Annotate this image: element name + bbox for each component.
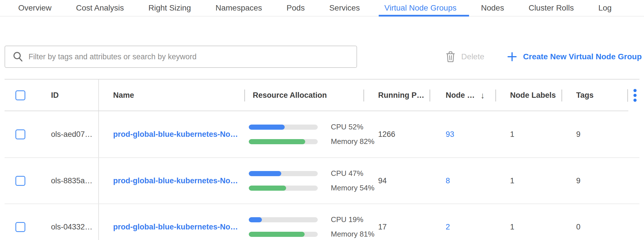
vng-name-link[interactable]: prod-global-blue-kubernetes-No… (113, 176, 238, 185)
row-checkbox[interactable] (15, 129, 25, 139)
tab-right-sizing[interactable]: Right Sizing (148, 0, 191, 16)
row-name-cell: prod-global-blue-kubernetes-No… (98, 111, 245, 157)
top-tab-bar: Overview Cost Analysis Right Sizing Name… (0, 0, 644, 17)
column-header-node-labels[interactable]: Node Labels (496, 80, 562, 111)
resource-allocation: CPU 47% Memory 54% (249, 169, 374, 192)
row-name-cell: prod-global-blue-kubernetes-No… (98, 204, 245, 240)
tab-virtual-node-groups[interactable]: Virtual Node Groups (384, 0, 456, 16)
row-running-pods-cell: 94 (364, 158, 430, 204)
delete-button-label: Delete (461, 52, 484, 61)
row-checkbox[interactable] (15, 176, 25, 186)
row-checkbox-cell (5, 158, 40, 204)
tab-overview[interactable]: Overview (18, 0, 52, 16)
column-header-nodes[interactable]: Node … ↓ (430, 80, 496, 111)
resource-allocation: CPU 19% Memory 81% (249, 215, 374, 239)
row-menu-cell (612, 111, 639, 157)
running-pods-count: 94 (378, 176, 387, 185)
node-labels-count: 1 (510, 130, 514, 139)
column-options-kebab-icon[interactable] (632, 88, 638, 103)
row-checkbox-cell (5, 204, 40, 240)
row-running-pods-cell: 17 (364, 204, 430, 240)
row-node-labels-cell: 1 (496, 111, 562, 157)
row-id-cell: ols-aed07… (40, 111, 98, 157)
tags-count: 9 (576, 130, 580, 139)
tab-nodes[interactable]: Nodes (481, 0, 504, 16)
vng-id: ols-8835a… (51, 176, 93, 185)
tab-cluster-rolls[interactable]: Cluster Rolls (529, 0, 574, 16)
create-button-label: Create New Virtual Node Group (523, 52, 642, 61)
nodes-count-link[interactable]: 2 (446, 223, 450, 231)
filter-search-box[interactable] (5, 46, 357, 68)
table-body: ols-aed07… prod-global-blue-kubernetes-N… (5, 111, 639, 240)
running-pods-count: 17 (378, 223, 387, 231)
column-header-tags[interactable]: Tags (562, 80, 612, 111)
tags-count: 9 (576, 176, 580, 185)
row-id-cell: ols-04332… (40, 204, 98, 240)
row-id-cell: ols-8835a… (40, 158, 98, 204)
vng-name-link[interactable]: prod-global-blue-kubernetes-No… (113, 130, 238, 139)
row-menu-cell (612, 158, 639, 204)
running-pods-count: 1266 (378, 130, 395, 139)
cpu-usage-bar (249, 171, 318, 176)
row-nodes-cell: 8 (430, 158, 496, 204)
node-labels-count: 1 (510, 176, 514, 185)
table-header-row: ID Name Resource Allocation Running P… N… (5, 79, 639, 111)
memory-usage-bar (249, 186, 318, 191)
tags-count: 0 (576, 223, 580, 231)
table-row: ols-8835a… prod-global-blue-kubernetes-N… (5, 157, 639, 204)
column-header-resource-allocation[interactable]: Resource Allocation (245, 80, 364, 111)
table-row: ols-04332… prod-global-blue-kubernetes-N… (5, 204, 639, 240)
tab-namespaces[interactable]: Namespaces (215, 0, 262, 16)
table-actions: Delete Create New Virtual Node Group (446, 46, 642, 68)
row-checkbox[interactable] (15, 222, 25, 232)
virtual-node-groups-table: ID Name Resource Allocation Running P… N… (5, 79, 639, 240)
tab-services[interactable]: Services (329, 0, 360, 16)
trash-icon (446, 51, 455, 62)
row-resource-cell: CPU 47% Memory 54% (245, 158, 364, 204)
row-tags-cell: 0 (562, 204, 612, 240)
tab-log[interactable]: Log (598, 0, 612, 16)
filter-search-input[interactable] (28, 52, 351, 61)
column-header-nodes-label: Node … (446, 91, 475, 100)
row-running-pods-cell: 1266 (364, 111, 430, 157)
sort-descending-icon[interactable]: ↓ (480, 91, 485, 100)
row-menu-cell (612, 204, 639, 240)
cpu-usage-label: CPU 47% (331, 169, 363, 178)
column-header-name[interactable]: Name (98, 80, 245, 111)
vng-id: ols-aed07… (51, 130, 93, 139)
nodes-count-link[interactable]: 93 (446, 130, 454, 139)
row-node-labels-cell: 1 (496, 158, 562, 204)
row-resource-cell: CPU 52% Memory 82% (245, 111, 364, 157)
row-tags-cell: 9 (562, 158, 612, 204)
resource-allocation: CPU 52% Memory 82% (249, 123, 374, 146)
create-new-virtual-node-group-button[interactable]: Create New Virtual Node Group (507, 52, 642, 62)
vng-id: ols-04332… (51, 223, 93, 231)
header-checkbox-cell (5, 80, 40, 111)
column-header-id[interactable]: ID (40, 80, 98, 111)
tab-pods[interactable]: Pods (287, 0, 305, 16)
node-labels-count: 1 (510, 223, 514, 231)
row-node-labels-cell: 1 (496, 204, 562, 240)
delete-button[interactable]: Delete (446, 51, 484, 62)
table-row: ols-aed07… prod-global-blue-kubernetes-N… (5, 111, 639, 157)
row-nodes-cell: 2 (430, 204, 496, 240)
header-menu-cell (612, 80, 639, 111)
column-header-running-pods[interactable]: Running P… (364, 80, 430, 111)
memory-usage-bar (249, 139, 318, 144)
row-resource-cell: CPU 19% Memory 81% (245, 204, 364, 240)
plus-icon (507, 52, 517, 62)
row-nodes-cell: 93 (430, 111, 496, 157)
memory-usage-bar (249, 232, 318, 237)
row-checkbox-cell (5, 111, 40, 157)
row-tags-cell: 9 (562, 111, 612, 157)
cpu-usage-label: CPU 19% (331, 215, 363, 224)
search-icon (13, 51, 23, 62)
nodes-count-link[interactable]: 8 (446, 176, 450, 185)
select-all-checkbox[interactable] (15, 90, 25, 100)
cpu-usage-label: CPU 52% (331, 123, 363, 131)
tab-cost-analysis[interactable]: Cost Analysis (76, 0, 124, 16)
row-name-cell: prod-global-blue-kubernetes-No… (98, 158, 245, 204)
vng-name-link[interactable]: prod-global-blue-kubernetes-No… (113, 223, 238, 231)
cpu-usage-bar (249, 217, 318, 222)
cpu-usage-bar (249, 125, 318, 130)
